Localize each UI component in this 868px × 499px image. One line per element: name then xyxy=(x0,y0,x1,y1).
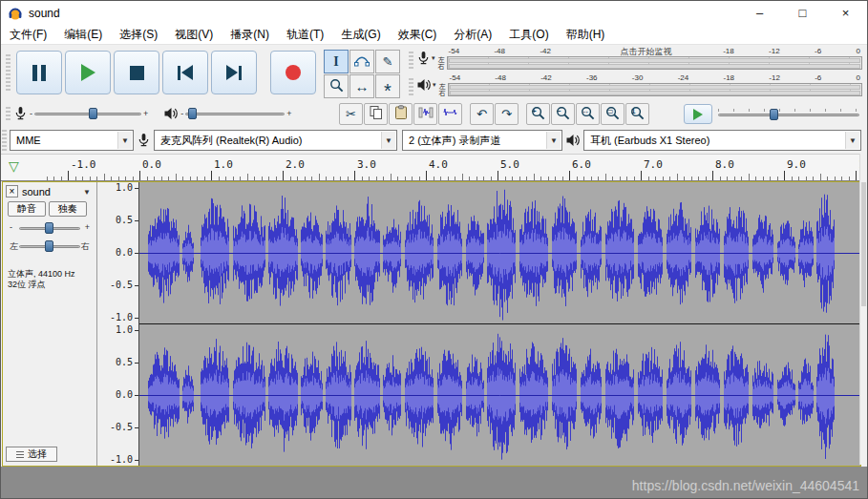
envelope-tool-button[interactable] xyxy=(349,50,374,73)
minimize-button[interactable]: – xyxy=(738,1,781,25)
time-shift-tool-button[interactable]: ↔ xyxy=(349,74,374,98)
timeline-tick xyxy=(519,177,520,180)
slider-thumb[interactable] xyxy=(45,222,53,234)
title-bar[interactable]: sound – □ × xyxy=(1,1,867,25)
right-channel-label: 右 xyxy=(439,90,446,96)
menu-generate[interactable]: 生成(G) xyxy=(332,25,389,44)
silence-button[interactable] xyxy=(438,103,462,125)
playback-volume-slider[interactable] xyxy=(185,106,285,121)
recording-meter-scale-area[interactable]: -54-48-42-36-30-24-18-12-60 点击开始监视 xyxy=(447,47,862,70)
toolbar-grip[interactable] xyxy=(2,130,7,151)
playback-device-select[interactable]: 耳机 (Earbuds X1 Stereo) ▼ xyxy=(583,130,861,151)
timeline-tick xyxy=(448,177,449,180)
timeline-tick xyxy=(305,177,306,180)
menu-tracks[interactable]: 轨道(T) xyxy=(278,25,332,44)
play-speed-slider[interactable] xyxy=(718,107,859,122)
timeline-tick xyxy=(555,177,556,180)
menu-view[interactable]: 视图(V) xyxy=(166,25,222,44)
menu-help[interactable]: 帮助(H) xyxy=(558,25,614,44)
maximize-button[interactable]: □ xyxy=(781,1,824,25)
toolbar-grip[interactable] xyxy=(409,50,413,70)
monitoring-hint[interactable]: 点击开始监视 xyxy=(576,47,717,56)
solo-button[interactable]: 独奏 xyxy=(49,201,87,217)
paste-button[interactable] xyxy=(389,103,413,125)
pan-slider[interactable] xyxy=(19,239,80,254)
trim-outside-button[interactable] xyxy=(413,103,437,125)
zoom-tool-button[interactable] xyxy=(324,74,349,98)
timeline-tick xyxy=(348,177,349,180)
zoom-out-button[interactable]: − xyxy=(551,103,575,125)
mute-button[interactable]: 静音 xyxy=(8,201,46,217)
undo-button[interactable]: ↶ xyxy=(470,103,494,125)
track-name[interactable]: sound xyxy=(22,186,51,198)
timeline-tick xyxy=(254,177,255,180)
pinned-play-head-icon[interactable]: ▽ xyxy=(9,159,19,173)
zoom-toggle-button[interactable]: 1 xyxy=(625,103,649,125)
timeline-label: 5.0 xyxy=(500,158,519,171)
slider-thumb[interactable] xyxy=(770,109,778,120)
host-select[interactable]: MME ▼ xyxy=(10,130,134,151)
skip-to-end-button[interactable] xyxy=(211,51,257,94)
timeline-tick xyxy=(176,174,177,180)
copy-button[interactable] xyxy=(364,103,388,125)
play-at-speed-button[interactable] xyxy=(684,104,712,124)
slider-thumb[interactable] xyxy=(188,108,197,119)
redo-button[interactable]: ↷ xyxy=(495,103,519,125)
slider-thumb[interactable] xyxy=(89,108,97,119)
audio-track: × sound ▼ 静音 独奏 - + 左 右 立体声, 44100 Hz 32… xyxy=(2,181,861,467)
pan-right-label: 右 xyxy=(81,240,90,253)
menu-analyze[interactable]: 分析(A) xyxy=(445,25,500,44)
toolbar-grip[interactable] xyxy=(6,107,11,120)
skip-to-start-button[interactable] xyxy=(162,51,208,94)
recording-volume-slider[interactable] xyxy=(34,106,141,121)
zoom-in-button[interactable]: + xyxy=(526,103,550,125)
selection-tool-button[interactable]: I xyxy=(324,50,349,73)
cut-button[interactable]: ✂ xyxy=(339,103,363,125)
audacity-logo-icon xyxy=(8,6,23,21)
recording-device-select[interactable]: 麦克风阵列 (Realtek(R) Audio) ▼ xyxy=(154,130,397,151)
vertical-scale-ruler[interactable]: 1.00.50.0-0.5-1.01.00.50.0-0.5-1.0 xyxy=(97,182,139,466)
chevron-down-icon[interactable]: ▾ xyxy=(433,81,436,89)
stop-button[interactable] xyxy=(114,51,159,94)
timeline-tick xyxy=(841,177,842,180)
scrollbar-thumb[interactable] xyxy=(861,182,866,306)
fit-selection-button[interactable]: ↔ xyxy=(576,103,600,125)
recording-meter[interactable]: ▾ 左 右 -54-48-42-36-30-24-18-12-60 点击开始监视 xyxy=(408,47,862,72)
menu-file[interactable]: 文件(F) xyxy=(1,25,55,44)
play-button[interactable] xyxy=(65,51,111,94)
gain-slider[interactable] xyxy=(19,220,80,236)
recording-channels-select[interactable]: 2 (立体声) 录制声道 ▼ xyxy=(402,130,562,151)
toolbar-row-1: I ✎ ↔ * ▾ 左 右 -54-48-42-36-30-24-18-12-6… xyxy=(1,45,867,100)
record-button[interactable] xyxy=(270,51,316,94)
waveform-channel-left[interactable] xyxy=(139,182,860,323)
waveform-channel-right[interactable] xyxy=(139,324,860,466)
draw-tool-button[interactable]: ✎ xyxy=(375,50,400,73)
multi-tool-button[interactable]: * xyxy=(375,74,400,98)
menu-effect[interactable]: 效果(C) xyxy=(390,25,446,44)
slider-thumb[interactable] xyxy=(45,240,53,252)
pause-button[interactable] xyxy=(16,51,62,94)
menu-tools[interactable]: 工具(O) xyxy=(500,25,557,44)
meter-scale-label: 0 xyxy=(857,47,860,56)
track-close-button[interactable]: × xyxy=(6,185,18,198)
vertical-scrollbar[interactable] xyxy=(859,154,867,465)
menu-transport[interactable]: 播录(N) xyxy=(222,25,278,44)
chevron-down-icon: ▼ xyxy=(845,132,859,149)
toolbar-grip[interactable] xyxy=(409,76,413,96)
menu-edit[interactable]: 编辑(E) xyxy=(55,25,111,44)
playback-meter-scale-area[interactable]: -54-48-42-36-30-24-18-12-60 xyxy=(448,73,862,96)
device-toolbar: MME ▼ 麦克风阵列 (Realtek(R) Audio) ▼ 2 (立体声)… xyxy=(1,127,867,154)
menu-select[interactable]: 选择(S) xyxy=(111,25,166,44)
timeline-ruler[interactable]: ▽ -1.00.01.02.03.04.05.06.07.08.09.010. xyxy=(1,154,861,181)
playback-meter[interactable]: ▾ 左 右 -54-48-42-36-30-24-18-12-60 xyxy=(408,73,862,98)
close-button[interactable]: × xyxy=(824,1,867,25)
timeline-tick xyxy=(168,177,169,180)
chevron-down-icon[interactable]: ▾ xyxy=(432,54,435,62)
fit-project-button[interactable]: ▭ xyxy=(601,103,625,125)
timeline-tick xyxy=(827,177,828,180)
timeline-tick xyxy=(691,177,692,180)
scale-tick xyxy=(135,395,138,396)
track-select-button[interactable]: 选择 xyxy=(6,447,57,462)
toolbar-grip[interactable] xyxy=(6,54,11,91)
track-menu-icon[interactable]: ▼ xyxy=(83,188,91,197)
